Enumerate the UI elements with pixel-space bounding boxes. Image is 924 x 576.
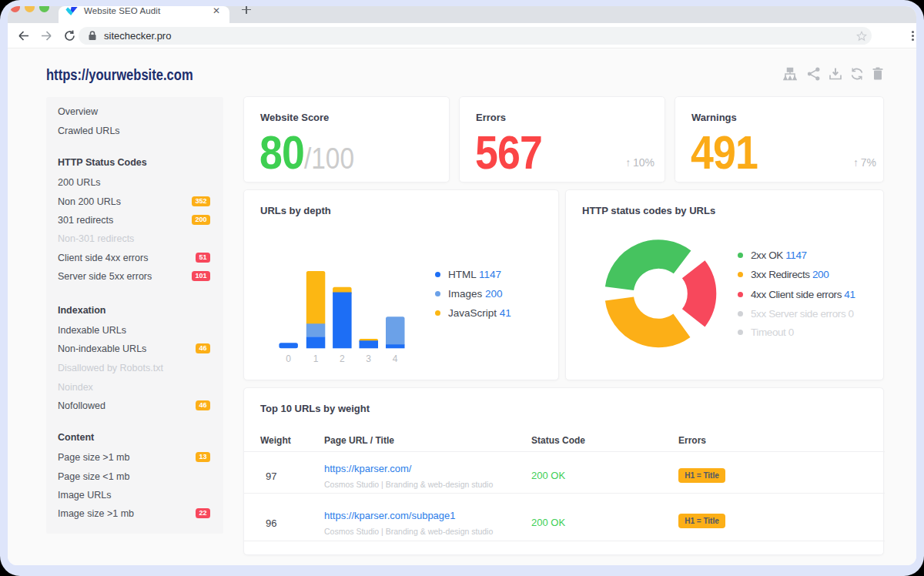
svg-text:3: 3 bbox=[366, 353, 371, 364]
svg-text:4: 4 bbox=[393, 353, 398, 364]
svg-text:2: 2 bbox=[340, 353, 345, 364]
svg-text:1: 1 bbox=[313, 353, 319, 364]
svg-text:0: 0 bbox=[286, 353, 291, 364]
